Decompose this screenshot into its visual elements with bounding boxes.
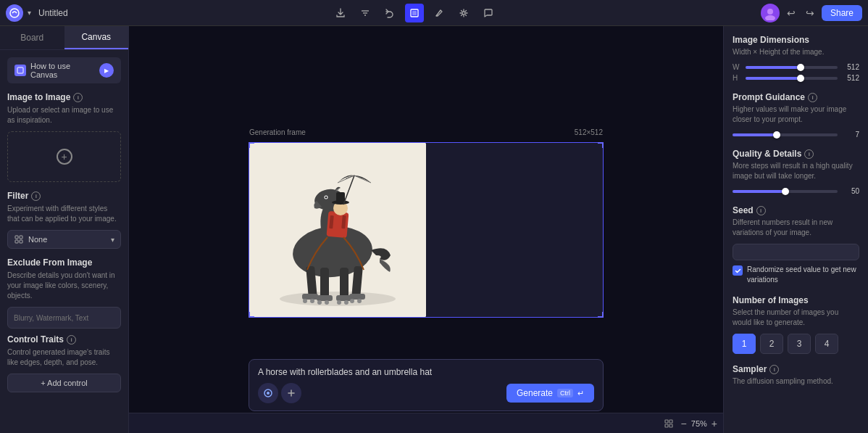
quality-desc: More steps will result in a high quality… (733, 161, 859, 181)
svg-rect-49 (665, 420, 668, 423)
export-icon[interactable] (331, 4, 350, 22)
prompt-guidance-info-icon[interactable]: i (808, 93, 817, 102)
image-to-image-info-icon[interactable]: i (73, 93, 83, 102)
undo-icon[interactable] (380, 4, 399, 22)
generation-frame-label: Generation frame 512×512 (249, 128, 603, 136)
image-to-image-desc: Upload or select an image to use as insp… (7, 105, 121, 125)
frame-corner-bl[interactable] (249, 312, 254, 318)
prompt-icons (258, 383, 301, 403)
topbar-center (68, 4, 761, 22)
how-to-banner[interactable]: How to use Canvas ▶ (7, 57, 121, 83)
num-3-button[interactable]: 3 (788, 334, 811, 354)
control-traits-section: Control Traits i Control generated image… (7, 334, 121, 392)
undo-button[interactable]: ↩ (784, 6, 798, 20)
pen-tool-icon[interactable] (430, 4, 448, 22)
svg-point-45 (350, 299, 354, 303)
quality-slider-thumb[interactable] (782, 188, 789, 195)
height-slider-thumb[interactable] (797, 75, 804, 82)
topbar-right: ↩ ↪ Share (761, 4, 862, 22)
quality-info-icon[interactable]: i (804, 149, 814, 159)
height-slider-track[interactable] (746, 77, 838, 80)
num-2-button[interactable]: 2 (760, 334, 783, 354)
zoom-out-button[interactable]: − (681, 418, 687, 429)
num-4-button[interactable]: 4 (815, 334, 838, 354)
sampler-title: Sampler i (733, 364, 859, 374)
canvas-content (249, 142, 604, 318)
num-images-section: Number of Images Select the number of im… (733, 295, 859, 354)
filter-caret-icon: ▾ (111, 236, 114, 244)
canvas-bottom-bar: − 75% + (129, 413, 723, 433)
width-slider-track[interactable] (746, 66, 838, 69)
frame-corner-br[interactable] (598, 312, 604, 318)
svg-rect-9 (17, 67, 23, 73)
tab-canvas[interactable]: Canvas (64, 26, 129, 49)
generate-button[interactable]: Generate Ctrl ↵ (506, 384, 594, 403)
canvas-tool-icon[interactable] (405, 4, 424, 22)
randomize-checkbox[interactable] (733, 265, 743, 276)
seed-input[interactable] (733, 244, 859, 260)
svg-point-6 (462, 12, 465, 15)
fit-view-icon[interactable] (661, 416, 677, 432)
seed-desc: Different numbers result in new variatio… (733, 218, 859, 238)
canvas-area[interactable]: Generation frame 512×512 (129, 26, 723, 433)
prompt-icon-1[interactable] (258, 383, 278, 403)
prompt-guidance-slider-thumb[interactable] (773, 131, 780, 139)
logo-caret-icon[interactable]: ▾ (28, 9, 31, 17)
image-to-image-section: Image to Image i Upload or select an ima… (7, 92, 121, 182)
svg-rect-51 (665, 424, 668, 427)
app-logo[interactable] (6, 4, 23, 22)
tab-board[interactable]: Board (0, 26, 64, 49)
height-label: H (733, 74, 741, 82)
svg-rect-12 (15, 240, 18, 243)
filter-shape-icon (14, 234, 24, 244)
magic-icon[interactable] (454, 4, 473, 22)
add-control-button[interactable]: + Add control (7, 374, 121, 392)
exclude-title: Exclude From Image (7, 257, 121, 268)
image-to-image-title: Image to Image i (7, 92, 121, 102)
svg-rect-35 (302, 294, 318, 300)
filter-title: Filter i (7, 191, 121, 201)
width-slider-fill (746, 66, 801, 69)
svg-rect-38 (317, 295, 333, 301)
exclude-input[interactable] (7, 307, 121, 329)
filter-tool-icon[interactable] (356, 4, 375, 22)
share-button[interactable]: Share (822, 5, 862, 21)
play-icon[interactable]: ▶ (99, 63, 114, 78)
num-1-button[interactable]: 1 (733, 334, 756, 354)
width-value: 512 (842, 63, 859, 71)
quality-title: Quality & Details i (733, 149, 859, 159)
frame-corner-tr[interactable] (598, 142, 604, 148)
how-to-label: How to use Canvas (30, 62, 95, 79)
right-panel: Image Dimensions Width × Height of the i… (723, 26, 868, 433)
prompt-icon-2[interactable] (281, 383, 301, 403)
chat-icon[interactable] (479, 4, 498, 22)
quality-section: Quality & Details i More steps will resu… (733, 149, 859, 195)
redo-button[interactable]: ↪ (803, 6, 817, 20)
control-traits-info-icon[interactable]: i (67, 335, 76, 345)
svg-point-48 (267, 392, 270, 395)
prompt-text: A horse with rollerblades and an umbrell… (258, 367, 594, 377)
seed-info-icon[interactable]: i (756, 206, 766, 215)
prompt-panel: A horse with rollerblades and an umbrell… (249, 359, 604, 411)
width-slider-thumb[interactable] (797, 64, 804, 71)
filter-dropdown[interactable]: None ▾ (7, 230, 121, 249)
sampler-info-icon[interactable]: i (769, 365, 779, 374)
height-slider-fill (746, 77, 801, 80)
svg-point-7 (767, 9, 773, 15)
image-dimensions-desc: Width × Height of the image. (733, 47, 859, 57)
svg-point-8 (765, 15, 775, 20)
seed-section: Seed i Different numbers result in new v… (733, 205, 859, 285)
prompt-guidance-slider-track[interactable] (733, 133, 838, 136)
avatar[interactable] (761, 4, 780, 22)
prompt-guidance-section: Prompt Guidance i Higher values will mak… (733, 92, 859, 139)
quality-slider-track[interactable] (733, 190, 838, 193)
frame-corner-tl[interactable] (249, 142, 254, 148)
filter-info-icon[interactable]: i (31, 191, 41, 201)
randomize-label: Randomize seed value to get new variatio… (747, 265, 859, 285)
zoom-in-button[interactable]: + (711, 418, 717, 429)
svg-point-0 (10, 9, 19, 17)
image-upload-box[interactable]: + (7, 131, 121, 182)
height-slider-row: H 512 (733, 74, 859, 82)
width-slider-row: W 512 (733, 63, 859, 71)
filter-value: None (28, 235, 107, 244)
